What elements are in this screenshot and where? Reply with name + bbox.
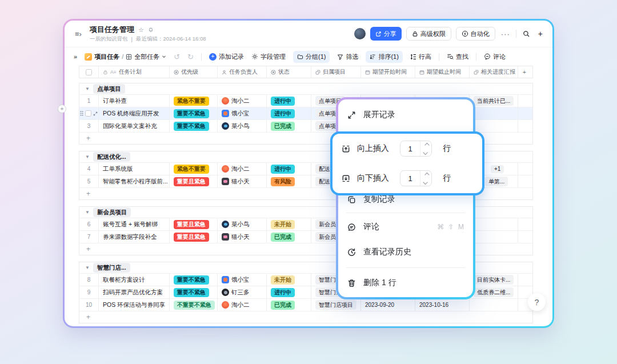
sort-icon	[370, 54, 376, 60]
row-number: 6	[87, 221, 91, 227]
priority-badge: 重要且紧急	[174, 233, 209, 242]
group-name[interactable]: 新会员项目	[93, 207, 131, 217]
menu-item-delete-row[interactable]: 删除 1 行	[346, 273, 465, 293]
insert-count-stepper[interactable]: 1	[400, 170, 432, 186]
menu-item-comment[interactable]: 评论 ⌘ ⇧ M	[346, 217, 465, 237]
expand-row-icon[interactable]	[93, 111, 98, 116]
share-button[interactable]: 分享	[370, 27, 402, 41]
status-badge: 有风险	[271, 177, 295, 186]
menu-item-insert-below[interactable]: 向下插入 1 行	[340, 170, 474, 186]
row-number: 8	[87, 277, 91, 283]
priority-badge: 重要且紧急	[174, 177, 209, 186]
link-icon	[315, 70, 320, 75]
status-badge: 未开始	[271, 275, 295, 285]
avatar	[222, 289, 229, 296]
report-tag: 目前实体卡...	[474, 275, 514, 285]
table-header-row: A≡ 任务计划 优先级 任务负责人 状态 归属项目	[79, 66, 533, 78]
group-collapse-icon[interactable]: ▼	[85, 154, 90, 159]
stepper-up-button[interactable]	[420, 171, 431, 178]
column-header-priority[interactable]: 优先级	[170, 66, 218, 78]
redo-icon[interactable]: ↻	[187, 53, 194, 61]
group-name[interactable]: 点单项目	[93, 84, 125, 94]
priority-badge: 紧急不重要	[174, 165, 209, 174]
add-tab-icon[interactable]: +	[536, 30, 544, 38]
search-icon[interactable]	[521, 30, 532, 38]
comment-icon	[346, 222, 356, 232]
plus-circle-icon: +	[209, 53, 217, 61]
menu-item-expand-record[interactable]: 展开记录	[346, 105, 465, 125]
group-collapse-icon[interactable]: ▼	[85, 210, 90, 215]
insert-row-handle[interactable]: +	[58, 105, 66, 113]
column-header-task[interactable]: A≡ 任务计划	[99, 66, 170, 78]
avatar	[222, 301, 229, 309]
stepper-up-button[interactable]	[420, 141, 431, 149]
advanced-permission-button[interactable]: 高级权限	[406, 27, 451, 41]
priority-badge: 重要不紧急	[174, 275, 209, 285]
start-date: 2023-09-20	[365, 302, 394, 308]
project-tag: 智慧门店项目	[315, 300, 356, 310]
toolbar-divider	[201, 53, 202, 61]
menu-item-insert-above[interactable]: 向上插入 1 行	[340, 141, 474, 157]
gear-icon	[251, 53, 258, 60]
trash-icon	[346, 278, 356, 288]
folder-icon	[297, 54, 303, 60]
row-number: 9	[87, 289, 91, 295]
group-button[interactable]: 分组(1)	[293, 51, 330, 63]
find-icon	[447, 53, 454, 60]
field-manage-button[interactable]: 字段管理	[251, 53, 286, 61]
table-row[interactable]: 10 POS 环保活动与券同享 不重要不紧急 淘小二 已完成 智慧门店项目 20…	[79, 299, 532, 311]
group-name[interactable]: 配送优化...	[93, 152, 130, 162]
comment-icon	[484, 53, 491, 60]
automation-button[interactable]: 自动化	[456, 27, 495, 41]
column-header-report[interactable]: 相关进度汇报	[470, 66, 518, 78]
calendar-icon	[419, 70, 424, 75]
column-header-start-date[interactable]: 期望开始时间	[361, 66, 415, 78]
row-number: 3	[87, 123, 91, 129]
status-badge: 已完成	[271, 122, 295, 131]
insert-count-stepper[interactable]: 1	[400, 141, 432, 157]
single-select-icon	[271, 70, 276, 75]
help-button[interactable]: ?	[528, 293, 546, 311]
filter-button[interactable]: 筛选	[337, 53, 358, 61]
add-record-button[interactable]: + 添加记录	[209, 53, 244, 61]
toolbar-divider	[439, 53, 439, 61]
column-header-end-date[interactable]: 期望截止时间	[415, 66, 470, 78]
select-all-checkbox[interactable]	[86, 69, 92, 75]
menu-item-view-history[interactable]: 查看记录历史	[346, 242, 465, 262]
column-header-status[interactable]: 状态	[267, 66, 311, 78]
add-column-button[interactable]: +	[518, 66, 531, 78]
row-checkbox[interactable]	[85, 110, 91, 117]
bell-icon[interactable]	[148, 27, 154, 33]
drag-handle-icon[interactable]	[80, 111, 83, 116]
workspace-name[interactable]: 一辰的知识背包	[90, 35, 128, 43]
add-row-button[interactable]: +	[79, 311, 532, 323]
group-name[interactable]: 智慧门店...	[93, 263, 130, 273]
undo-icon[interactable]: ↺	[174, 53, 180, 61]
expand-sidebar-button[interactable]: »	[74, 53, 77, 60]
stepper-down-button[interactable]	[420, 149, 431, 156]
priority-badge: 重要不紧急	[174, 288, 209, 297]
sort-button[interactable]: 排序(1)	[366, 51, 402, 63]
avatar	[222, 110, 229, 117]
comment-button[interactable]: 评论	[484, 53, 506, 61]
page-title: 项目任务管理	[90, 25, 134, 35]
row-height-button[interactable]: 行高	[410, 53, 431, 61]
more-menu-button[interactable]: ···	[500, 30, 511, 38]
group-collapse-icon[interactable]: ▼	[85, 86, 90, 91]
avatar	[222, 276, 229, 283]
status-badge: 进行中	[271, 97, 295, 106]
breadcrumb[interactable]: 项目任务 / 全部任务	[85, 53, 166, 61]
toolbar: » 项目任务 / 全部任务 ↺ ↻ + 添加记录	[65, 47, 552, 66]
find-button[interactable]: 查找	[447, 53, 468, 61]
user-avatar[interactable]	[354, 28, 366, 39]
column-header-assignee[interactable]: 任务负责人	[218, 66, 267, 78]
insert-count-value[interactable]: 1	[400, 171, 420, 186]
stepper-down-button[interactable]	[420, 178, 431, 186]
insert-count-value[interactable]: 1	[400, 141, 420, 156]
column-header-project[interactable]: 归属项目	[311, 66, 361, 78]
row-number: 1	[87, 98, 91, 104]
sidebar-toggle-icon[interactable]: ≡›	[73, 30, 84, 38]
star-icon[interactable]: ☆	[138, 27, 144, 33]
group-collapse-icon[interactable]: ▼	[85, 265, 90, 270]
window-header: ≡› 项目任务管理 ☆ 一辰的知识背包 | 最近编辑：2024-06-14 16…	[65, 21, 552, 47]
